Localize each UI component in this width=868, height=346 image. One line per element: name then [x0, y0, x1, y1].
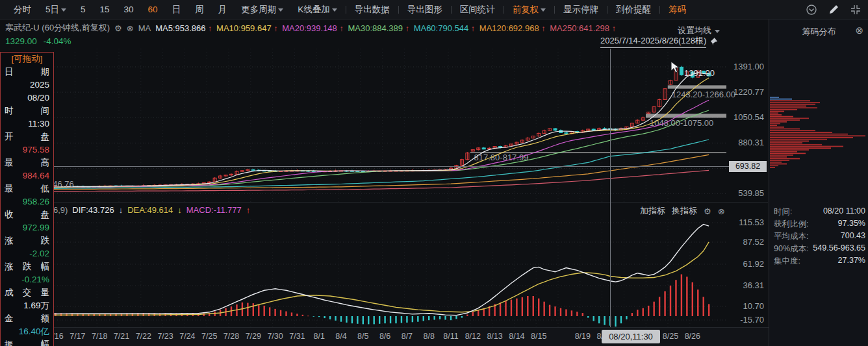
add-indicator-button[interactable]: 加指标 [640, 205, 665, 217]
toolbar-item-10[interactable]: K线叠加 [298, 4, 337, 16]
indicator-gear-icon[interactable]: ⚙ [704, 206, 711, 216]
chip-stat-label: 集中度: [774, 256, 800, 267]
toolbar-item-2[interactable]: 5 [81, 5, 86, 14]
info-label-9: 金额 [1, 312, 53, 325]
toolbar-item-12[interactable]: 导出图形 [407, 4, 442, 16]
chip-stats: 时间:08/20 11:00获利比例:97.35%平均成本:700.4390%成… [769, 206, 868, 268]
ma-value-3: MA30:884.389 ↑ [348, 23, 409, 33]
toolbar-item-9[interactable]: 更多周期 [241, 4, 283, 16]
date-tick-8/14: 8/14 [509, 332, 524, 341]
arrow-up-icon: ↑ [339, 24, 343, 33]
date-tick-7/31: 7/31 [289, 332, 305, 341]
info-label-5: 收盘 [1, 208, 53, 221]
info-value-4: 958.26 [1, 195, 53, 208]
toolbar-item-6[interactable]: 日 [172, 4, 181, 16]
date-tick-7/23: 7/23 [157, 332, 173, 341]
toolbar-item-14[interactable]: 前复权 [513, 4, 546, 16]
macd-chart[interactable] [0, 219, 735, 327]
toolbar-item-label: 5 [81, 5, 86, 14]
switch-indicator-button[interactable]: 换指标 [672, 205, 697, 217]
info-label-7: 涨跌幅 [1, 260, 53, 273]
info-value-5: 972.99 [1, 221, 53, 234]
dif-arrow-down-icon: ↓ [119, 205, 123, 215]
date-tick-7/17: 7/17 [70, 332, 85, 341]
date-tick-8/12: 8/12 [465, 332, 481, 341]
toolbar-item-3[interactable]: 15 [100, 5, 110, 14]
crosshair-price-badge: 693.82 [729, 161, 767, 172]
main-candlestick-chart[interactable]: 1243.20-1266.001048.00-1075.00817.80-817… [0, 49, 735, 203]
brush-icon[interactable] [828, 4, 839, 16]
info-label-0: 日期 [1, 66, 53, 79]
chip-distribution-panel: 筹码分布 ⊗ 时间:08/20 11:00获利比例:97.35%平均成本:700… [769, 19, 868, 346]
chip-close-icon[interactable]: ⊗ [855, 25, 863, 36]
chip-histogram [770, 49, 868, 204]
ma-settings-gear-icon[interactable]: ⚙ [114, 23, 122, 33]
toolbar-item-label: 区间统计 [460, 4, 495, 16]
drag-handle-label[interactable]: [可拖动] [1, 53, 53, 66]
ma-value-0: MA5:953.866 ↑ [155, 23, 212, 33]
ma-value-text: MA5:953.866 [155, 23, 208, 33]
info-value-3: 984.64 [1, 169, 53, 182]
toolbar-item-17[interactable]: 筹码 [669, 4, 686, 16]
toolbar-item-7[interactable]: 周 [195, 4, 204, 16]
collapse-icon[interactable] [850, 4, 862, 16]
chip-stat-value: 700.43 [841, 231, 865, 240]
chip-stat-label: 获利比例: [774, 219, 808, 230]
toolbar-item-label: 前复权 [513, 4, 539, 16]
indicator-close-icon[interactable]: ⊗ [718, 206, 725, 216]
mouse-cursor [670, 61, 681, 74]
date-tick-8/26: 8/26 [685, 332, 700, 341]
date-tick-8/25: 8/25 [663, 332, 678, 341]
toolbar-separator [504, 6, 504, 14]
info-label-8: 成交量 [1, 286, 53, 299]
chip-stat-row-4: 集中度:27.37% [769, 256, 868, 268]
info-label-6: 涨跌 [1, 234, 53, 247]
date-tick-8/15: 8/15 [531, 332, 546, 341]
arrow-up-icon: ↑ [274, 24, 277, 33]
toolbar-item-8[interactable]: 月 [218, 4, 227, 16]
toolbar-item-13[interactable]: 区间统计 [460, 4, 495, 16]
price-tick-2: 1050.54 [734, 112, 764, 122]
chevron-down-icon [278, 8, 283, 12]
right-axis: 1391.001220.771050.54880.31539.85115.538… [728, 0, 767, 346]
toolbar-item-4[interactable]: 30 [124, 5, 134, 14]
info-value-0: 2025 [1, 79, 53, 92]
date-tick-7/28: 7/28 [223, 332, 239, 341]
macd-tick-1: 87.52 [743, 237, 764, 247]
stock-chart-app: 分时5日5153060日周月更多周期K线叠加导出数据导出图形区间统计前复权显示停… [0, 0, 868, 346]
toolbar-item-label: 周 [195, 4, 204, 16]
ma-value-6: MA250:641.298 ↑ [550, 23, 615, 33]
toolbar-item-15[interactable]: 显示停牌 [563, 4, 598, 16]
dif-value: DIF:43.726 [72, 205, 114, 215]
macd-tick-5: -15.70 [740, 315, 764, 325]
toolbar-item-label: 分时 [14, 4, 31, 16]
toolbar-item-1[interactable]: 5日 [45, 4, 66, 16]
last-price-row: 1329.00 -4.04% [5, 36, 71, 46]
ohlc-info-panel[interactable]: [可拖动]日期202508/20时间11:30开盘975.58最高984.64最… [0, 52, 54, 346]
toolbar-item-label: 导出数据 [355, 4, 390, 16]
chevron-down-icon [541, 8, 546, 12]
chevron-down-icon [715, 30, 720, 33]
clock-dropdown-icon[interactable] [806, 4, 817, 16]
pin-icon[interactable] [709, 37, 718, 46]
price-tick-4: 539.85 [738, 188, 764, 198]
macd-tick-2: 61.92 [743, 259, 764, 269]
last-price: 1329.00 [5, 36, 37, 46]
date-tick-8/8: 8/8 [423, 332, 434, 341]
visible-range[interactable]: 2025/7/14-2025/8/26(128根) [600, 35, 718, 48]
svg-text:1243.20-1266.00: 1243.20-1266.00 [672, 90, 735, 99]
ma-close-icon[interactable]: ⊗ [127, 23, 134, 33]
toolbar-separator [659, 6, 660, 14]
toolbar-item-5[interactable]: 60 [148, 5, 158, 14]
chip-stat-row-3: 90%成本:549.56-963.65 [769, 243, 868, 256]
toolbar-item-11[interactable]: 导出数据 [355, 4, 390, 16]
dea-arrow-down-icon: ↓ [177, 205, 182, 215]
toolbar-item-0[interactable]: 分时 [14, 4, 31, 16]
ma-value-4: MA60:790.544 ↑ [414, 23, 475, 33]
arrow-up-icon: ↑ [405, 24, 409, 33]
toolbar-item-16[interactable]: 到价提醒 [616, 4, 651, 16]
toolbar-item-label: 筹码 [669, 4, 686, 16]
ma-value-5: MA120:692.968 ↑ [479, 23, 545, 33]
ma-label: MA [138, 23, 151, 33]
date-tick-8/4: 8/4 [335, 332, 346, 341]
